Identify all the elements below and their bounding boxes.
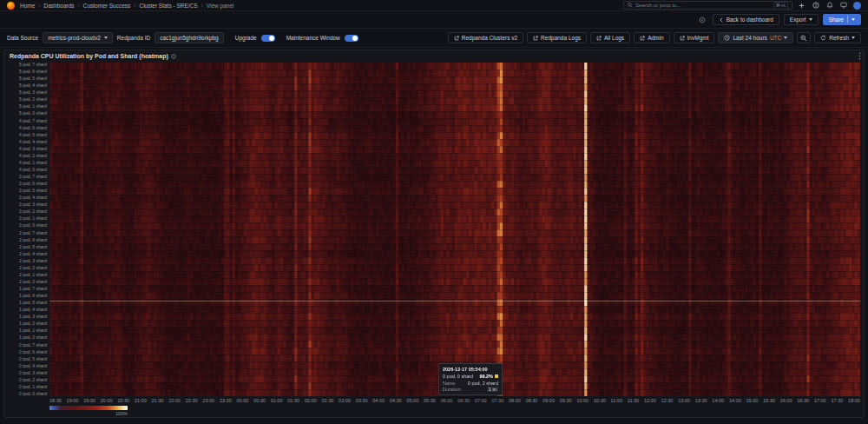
- heatmap-tooltip: 2026-12-17 05:54:00 0 pod, 0 shard 99.2%…: [438, 363, 503, 395]
- y-axis-label: 2 pod, 4 shard: [19, 252, 47, 256]
- insights-icon[interactable]: [696, 14, 708, 25]
- info-icon[interactable]: [171, 54, 176, 59]
- help-icon[interactable]: [812, 2, 819, 10]
- x-axis-label: 13:00: [678, 398, 690, 404]
- x-axis-label: 20:00: [101, 398, 113, 404]
- color-legend: 100%: [49, 406, 128, 416]
- redpanda-id-input[interactable]: cac1gjun5ghdn9orkpbg: [155, 32, 224, 43]
- y-axis-label: 1 pod, 4 shard: [19, 308, 47, 312]
- maintenance-window-label: Maintenance Window: [286, 35, 340, 41]
- search-input[interactable]: Search or jump to... ⌘+k: [623, 1, 792, 10]
- x-axis-label: 10:30: [594, 398, 606, 404]
- x-axis-label: 08:30: [526, 398, 538, 404]
- refresh-label: Refresh: [829, 35, 849, 41]
- tooltip-duration-label: Duration: [443, 387, 461, 392]
- user-avatar[interactable]: [853, 2, 861, 10]
- breadcrumb-dashboards[interactable]: Dashboards: [44, 3, 83, 9]
- legend-gradient: [49, 406, 128, 410]
- chevron-down-icon: [809, 18, 812, 21]
- export-button[interactable]: Export: [784, 14, 819, 25]
- share-button[interactable]: Share: [823, 14, 861, 25]
- x-axis-label: 00:30: [253, 398, 266, 404]
- x-axis-label: 21:00: [135, 398, 147, 404]
- x-axis-label: 07:00: [475, 398, 487, 404]
- y-axis-label: 4 pod, 5 shard: [19, 133, 47, 137]
- y-axis-label: 5 pod, 7 shard: [19, 63, 47, 67]
- zoom-out-button[interactable]: [797, 32, 811, 43]
- chevron-down-icon: [104, 36, 108, 39]
- heatmap-chart: 5 pod, 7 shard5 pod, 6 shard5 pod, 5 sha…: [8, 63, 860, 396]
- datasource-select[interactable]: metrics-prod-cloudv2: [43, 32, 113, 43]
- x-axis-label: 02:00: [305, 398, 317, 404]
- upgrade-label: Upgrade: [235, 35, 257, 41]
- x-axis-label: 09:00: [542, 398, 555, 404]
- y-axis-label: 5 pod, 0 shard: [19, 111, 47, 116]
- link-redpanda-logs[interactable]: Redpanda Logs: [527, 32, 587, 43]
- refresh-button[interactable]: Refresh: [814, 32, 861, 43]
- back-to-dashboard-label: Back to dashboard: [727, 17, 773, 23]
- breadcrumb-home[interactable]: Home: [20, 3, 44, 9]
- bell-icon[interactable]: [825, 2, 833, 10]
- breadcrumb-customer-success[interactable]: Customer Success: [83, 3, 140, 9]
- y-axis-label: 4 pod, 0 shard: [19, 168, 47, 172]
- tooltip-duration-value: 1 m: [487, 387, 498, 392]
- panel-header[interactable]: Redpanda CPU Utilization by Pod and Shar…: [4, 50, 864, 62]
- link-invmgmt[interactable]: InvMgmt: [674, 32, 715, 43]
- x-axis-label: 12:30: [661, 398, 674, 404]
- maintenance-window-toggle[interactable]: [345, 35, 358, 42]
- x-axis-label: 04:30: [390, 398, 402, 404]
- x-axis-label: 03:00: [339, 398, 351, 404]
- chevron-down-icon: [784, 36, 787, 39]
- link-redpanda-clusters-v2[interactable]: Redpanda Clusters v2: [448, 32, 523, 43]
- link-label: Admin: [648, 35, 663, 41]
- x-axis-label: 06:00: [441, 398, 453, 404]
- time-zone-value: UTC: [770, 35, 781, 41]
- y-axis-label: 1 pod, 1 shard: [19, 328, 47, 333]
- x-axis-label: 13:30: [695, 398, 707, 404]
- x-axis-label: 16:30: [797, 398, 809, 404]
- y-axis-label: 1 pod, 5 shard: [19, 301, 47, 305]
- time-range-picker[interactable]: Last 24 hours UTC: [718, 32, 793, 43]
- link-admin[interactable]: Admin: [634, 32, 669, 43]
- tooltip-series: 0 pod, 0 shard: [443, 374, 473, 379]
- y-axis-label: 0 pod, 4 shard: [19, 364, 47, 368]
- tooltip-timestamp: 2026-12-17 05:54:00: [443, 367, 498, 372]
- dashboard-controls: Data Source metrics-prod-cloudv2 Redpand…: [0, 29, 868, 48]
- chevron-down-icon: [852, 18, 855, 21]
- time-range-value: Last 24 hours: [733, 35, 766, 41]
- x-axis-label: 08:00: [509, 398, 521, 404]
- y-axis-label: 4 pod, 1 shard: [19, 161, 47, 165]
- x-axis-label: 21:30: [152, 398, 164, 404]
- x-axis-label: 17:00: [814, 398, 826, 404]
- breadcrumb: Home Dashboards Customer Success Cluster…: [20, 3, 234, 9]
- upgrade-toggle[interactable]: [261, 35, 275, 42]
- x-axis-label: 05:30: [424, 398, 436, 404]
- link-label: Redpanda Logs: [541, 35, 581, 41]
- top-nav: Home Dashboards Customer Success Cluster…: [0, 0, 868, 11]
- y-axis-label: 2 pod, 1 shard: [19, 273, 47, 277]
- panel-menu-icon[interactable]: [858, 52, 861, 60]
- add-icon[interactable]: [798, 2, 806, 10]
- search-placeholder: Search or jump to...: [635, 3, 681, 8]
- y-axis-label: 1 pod, 3 shard: [19, 315, 47, 319]
- y-axis-label: 2 pod, 7 shard: [19, 231, 47, 235]
- link-label: All Logs: [604, 35, 624, 41]
- grafana-logo-icon[interactable]: [7, 2, 15, 10]
- x-axis-label: 22:00: [168, 398, 181, 404]
- y-axis-label: 2 pod, 5 shard: [19, 245, 47, 249]
- y-axis-label: 5 pod, 2 shard: [19, 97, 47, 102]
- legend-max-label: 100%: [49, 411, 128, 416]
- x-axis-label: 20:30: [117, 398, 129, 404]
- y-axis-label: 3 pod, 7 shard: [19, 175, 47, 179]
- x-axis-label: 00:00: [237, 398, 249, 404]
- y-axis-label: 1 pod, 0 shard: [19, 335, 47, 340]
- search-icon: [628, 3, 633, 8]
- clock-icon: [724, 35, 730, 41]
- back-to-dashboard-button[interactable]: Back to dashboard: [713, 14, 779, 25]
- heatmap-canvas[interactable]: [49, 63, 860, 396]
- link-all-logs[interactable]: All Logs: [590, 32, 630, 43]
- y-axis-label: 0 pod, 5 shard: [19, 357, 47, 361]
- breadcrumb-cluster-stats[interactable]: Cluster Stats - SRE/CS: [139, 3, 206, 9]
- monitor-icon[interactable]: [839, 2, 847, 10]
- x-axis-label: 16:00: [780, 398, 792, 404]
